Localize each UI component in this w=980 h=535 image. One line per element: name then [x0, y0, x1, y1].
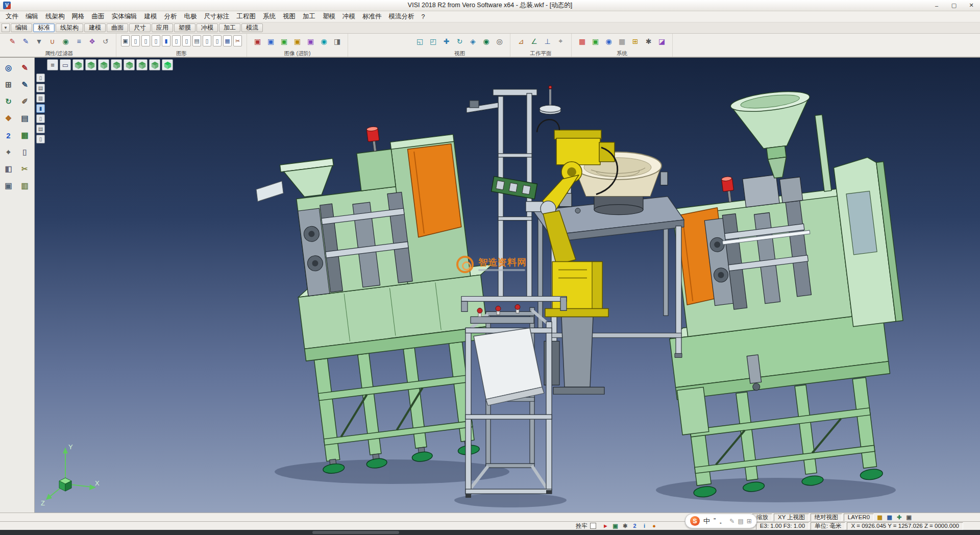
menu-item[interactable]: 网格 [68, 11, 88, 22]
tab[interactable]: 冲模 [197, 23, 218, 32]
mini-tool-button[interactable]: ▤ [36, 84, 45, 92]
tab[interactable]: 曲面 [107, 23, 128, 32]
sidebar-tool-icon[interactable]: ▦ [19, 129, 31, 141]
toolbar-icon[interactable]: ↺ [100, 35, 111, 47]
tab[interactable]: 加工 [219, 23, 240, 32]
sidebar-tool-icon[interactable]: ✐ [19, 95, 31, 108]
toolbar-icon[interactable]: ▯ [131, 35, 140, 46]
sidebar-tool-icon[interactable]: ⌖ [3, 146, 15, 158]
scene-canvas[interactable]: Y X Z [35, 58, 980, 513]
toolbar-icon[interactable]: ✱ [643, 35, 654, 47]
view-button[interactable] [85, 59, 96, 70]
mini-tool-button[interactable]: ▤ [36, 125, 45, 133]
view-mode-cell[interactable]: XY 上视图 [774, 514, 809, 521]
toolbar-icon[interactable]: ▦ [223, 35, 232, 46]
toolbar-icon[interactable]: ✚ [440, 35, 452, 47]
status-icon[interactable]: ▦ [875, 514, 884, 521]
menu-item[interactable]: ? [418, 12, 429, 21]
sidebar-tool-icon[interactable]: ✎ [19, 79, 31, 91]
toolbar-icon[interactable]: ▣ [252, 35, 263, 47]
toolbar-icon[interactable]: ▣ [121, 35, 130, 46]
menu-item[interactable]: 加工 [299, 11, 319, 22]
toolbar-icon[interactable]: ◱ [414, 35, 426, 47]
toolbar-icon[interactable]: ⊿ [515, 35, 527, 47]
toolbar-icon[interactable]: ▤ [192, 35, 201, 46]
ime-tool-icon[interactable]: ⊞ [747, 518, 752, 525]
status-icon[interactable]: i [640, 522, 649, 530]
sidebar-tool-icon[interactable]: ◎ [3, 62, 15, 74]
toolbar-icon[interactable]: ▯ [182, 35, 191, 46]
status-icon[interactable]: ● [650, 522, 658, 530]
toolbar-icon[interactable]: ◈ [467, 35, 479, 47]
toolbar-icon[interactable]: ∠ [528, 35, 540, 47]
ime-button[interactable]: ” [714, 517, 716, 526]
sidebar-tool-icon[interactable]: ▤ [19, 112, 31, 125]
status-icon[interactable]: 2 [630, 522, 639, 530]
sidebar-tool-icon[interactable]: ▣ [3, 180, 15, 192]
toolbar-icon[interactable]: ▦ [616, 35, 628, 47]
toolbar-icon[interactable]: ▯ [213, 35, 222, 46]
toolbar-icon[interactable]: ▣ [590, 35, 601, 47]
menu-item[interactable]: 实体编辑 [108, 11, 141, 22]
sidebar-tool-icon[interactable]: ⊞ [3, 79, 15, 91]
toolbar-icon[interactable]: ▯ [172, 35, 181, 46]
tab[interactable]: 应用 [152, 23, 173, 32]
menu-item[interactable]: 电极 [181, 11, 201, 22]
maximize-button[interactable]: ▢ [945, 0, 963, 11]
view-button[interactable] [149, 59, 160, 70]
status-icon[interactable]: ▦ [885, 514, 894, 521]
menu-item[interactable]: 塑模 [319, 11, 339, 22]
status-icon[interactable]: ▣ [611, 522, 620, 530]
toolbar-icon[interactable]: ◉ [480, 35, 492, 47]
layer-cell[interactable]: LAYER0 [844, 514, 874, 521]
toolbar-icon[interactable]: ◉ [60, 35, 71, 47]
mini-tool-button[interactable]: ▯ [36, 135, 45, 143]
toolbar-icon[interactable]: ✎ [7, 35, 18, 47]
toolbar-icon[interactable]: ▣ [305, 35, 316, 47]
tab[interactable]: 建模 [84, 23, 106, 32]
sidebar-tool-icon[interactable]: ▯ [19, 146, 31, 158]
toolbar-icon[interactable]: ↻ [454, 35, 465, 47]
sidebar-tool-icon[interactable]: 2 [3, 129, 15, 141]
mini-tool-button[interactable]: ▥ [36, 94, 45, 103]
toolbar-icon[interactable]: ▯ [141, 35, 150, 46]
status-icon[interactable]: ✱ [621, 522, 629, 530]
menu-item[interactable]: 模流分析 [385, 11, 418, 22]
tab[interactable]: 模流 [241, 23, 263, 32]
sidebar-tool-icon[interactable]: ↻ [3, 95, 15, 108]
menu-item[interactable]: 工程图 [233, 11, 260, 22]
toolbar-icon[interactable]: ▣ [278, 35, 290, 47]
toolbar-icon[interactable]: ▯ [203, 35, 211, 46]
sidebar-tool-icon[interactable]: ◧ [3, 163, 15, 175]
tab[interactable]: 线架构 [56, 23, 83, 32]
menu-item[interactable]: 分析 [161, 11, 181, 22]
menu-item[interactable]: 系统 [259, 11, 279, 22]
lock-toggle[interactable]: 拴牢 [576, 522, 596, 530]
ime-tool-icon[interactable]: ✎ [729, 518, 734, 525]
ime-button[interactable]: 中 [703, 517, 710, 526]
ime-logo-icon[interactable]: S [690, 516, 700, 526]
view-button[interactable] [136, 59, 148, 70]
menu-item[interactable]: 曲面 [88, 11, 108, 22]
sidebar-tool-icon[interactable]: ❖ [3, 112, 15, 125]
tab[interactable]: 塑膜 [174, 23, 195, 32]
view-button[interactable] [98, 59, 109, 70]
menu-item[interactable]: 尺寸标注 [201, 11, 233, 22]
ime-button[interactable]: 。 [719, 517, 726, 526]
toolbar-icon[interactable]: ⌖ [555, 35, 567, 47]
toolbar-icon[interactable]: ◪ [656, 35, 668, 47]
toolbar-icon[interactable]: ◉ [318, 35, 330, 47]
view-button[interactable] [111, 59, 122, 70]
menu-item[interactable]: 视图 [279, 11, 299, 22]
mini-tool-button[interactable]: ▯ [36, 114, 45, 123]
toolbar-icon[interactable]: ▦ [576, 35, 588, 47]
menu-item[interactable]: 线架构 [42, 11, 68, 22]
tab-dropdown-button[interactable]: ▼ [2, 23, 10, 32]
menu-item[interactable]: 冲模 [339, 11, 359, 22]
toolbar-icon[interactable]: ≡ [73, 35, 85, 47]
mini-tool-button[interactable]: ▯ [36, 74, 45, 82]
toolbar-icon[interactable]: ▯ [152, 35, 160, 46]
toolbar-icon[interactable]: ▮ [162, 35, 170, 46]
sidebar-tool-icon[interactable]: ✂ [19, 163, 31, 175]
absolute-view-cell[interactable]: 绝对视图 [811, 514, 842, 521]
